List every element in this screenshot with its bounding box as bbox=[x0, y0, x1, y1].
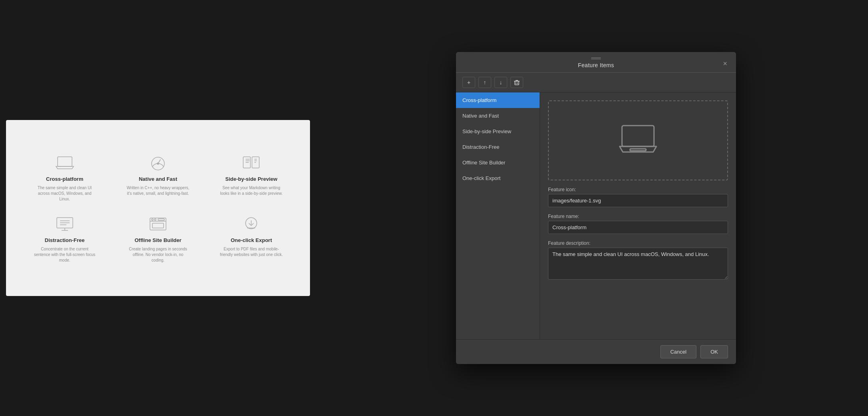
feature-card-export: One-click Export Export to PDF files and… bbox=[209, 214, 294, 263]
feature-card-cross-platform: Cross-platform The same simple and clean… bbox=[22, 153, 107, 202]
svg-point-2 bbox=[157, 163, 159, 164]
cross-platform-icon bbox=[53, 153, 77, 173]
offline-name: Offline Site Builder bbox=[134, 237, 181, 243]
detail-panel: Feature icon: Feature name: Feature desc… bbox=[540, 92, 736, 339]
svg-point-19 bbox=[152, 219, 153, 220]
list-item-cross-platform[interactable]: Cross-platform bbox=[456, 92, 540, 108]
move-down-button[interactable]: ↓ bbox=[494, 77, 507, 88]
distraction-name: Distraction-Free bbox=[45, 237, 85, 243]
cancel-button[interactable]: Cancel bbox=[660, 345, 696, 358]
icon-label: Feature icon: bbox=[548, 187, 728, 192]
browser-svg bbox=[148, 216, 168, 232]
dialog-title: Feature Items bbox=[578, 62, 614, 68]
svg-rect-22 bbox=[152, 223, 164, 228]
feature-name-field: Feature name: bbox=[548, 214, 728, 234]
svg-rect-0 bbox=[58, 157, 72, 166]
close-button[interactable]: × bbox=[720, 59, 730, 68]
dialog-toolbar: + ↑ ↓ bbox=[456, 73, 736, 92]
icon-input[interactable] bbox=[548, 194, 728, 207]
native-desc: Written in C++, no heavy wrappers, it's … bbox=[126, 185, 190, 196]
delete-button[interactable] bbox=[510, 77, 523, 88]
offline-desc: Create landing pages in seconds offline.… bbox=[126, 246, 190, 263]
download-svg bbox=[242, 216, 261, 232]
add-button[interactable]: + bbox=[462, 77, 475, 88]
feature-description-field: Feature description: The same simple and… bbox=[548, 240, 728, 281]
preview-name: Side-by-side Preview bbox=[225, 176, 277, 182]
monitor-svg bbox=[55, 216, 74, 232]
preview-window: Cross-platform The same simple and clean… bbox=[6, 120, 310, 296]
native-icon bbox=[146, 153, 170, 173]
ok-button[interactable]: OK bbox=[700, 345, 728, 358]
svg-rect-34 bbox=[630, 149, 646, 151]
native-name: Native and Fast bbox=[139, 176, 177, 182]
dialog-body: Cross-platform Native and Fast Side-by-s… bbox=[456, 92, 736, 339]
list-item-export[interactable]: One-click Export bbox=[456, 170, 540, 186]
feature-items-dialog: Feature Items × + ↑ ↓ bbox=[456, 52, 736, 364]
list-item-side-by-side[interactable]: Side-by-side Preview bbox=[456, 124, 540, 139]
svg-point-20 bbox=[154, 219, 156, 220]
description-textarea[interactable]: The same simple and clean UI across macO… bbox=[548, 248, 728, 280]
move-up-button[interactable]: ↑ bbox=[478, 77, 491, 88]
dialog-footer: Cancel OK bbox=[456, 339, 736, 364]
items-list: Cross-platform Native and Fast Side-by-s… bbox=[456, 92, 540, 339]
export-name: One-click Export bbox=[231, 237, 272, 243]
trash-icon bbox=[514, 80, 520, 85]
export-icon bbox=[239, 214, 263, 234]
laptop-svg bbox=[55, 155, 74, 171]
cross-platform-desc: The same simple and clean UI across macO… bbox=[33, 185, 97, 202]
feature-card-distraction: Distraction-Free Concentrate on the curr… bbox=[22, 214, 107, 263]
distraction-desc: Concentrate on the current sentence with… bbox=[33, 246, 97, 263]
feature-icon-field: Feature icon: bbox=[548, 187, 728, 207]
svg-rect-21 bbox=[158, 219, 164, 220]
name-input[interactable] bbox=[548, 221, 728, 234]
list-item-native[interactable]: Native and Fast bbox=[456, 108, 540, 124]
feature-card-offline: Offline Site Builder Create landing page… bbox=[115, 214, 200, 263]
list-item-distraction[interactable]: Distraction-Free bbox=[456, 139, 540, 155]
features-grid: Cross-platform The same simple and clean… bbox=[22, 153, 294, 263]
preview-laptop-icon bbox=[618, 122, 658, 158]
name-label: Feature name: bbox=[548, 214, 728, 219]
feature-card-native: Native and Fast Written in C++, no heavy… bbox=[115, 153, 200, 202]
gauge-svg bbox=[148, 155, 168, 171]
cross-platform-name: Cross-platform bbox=[46, 176, 83, 182]
icon-preview-area bbox=[548, 100, 728, 180]
distraction-icon bbox=[53, 214, 77, 234]
drag-handle bbox=[591, 58, 601, 59]
dialog-overlay: Feature Items × + ↑ ↓ bbox=[316, 0, 868, 416]
offline-icon bbox=[146, 214, 170, 234]
svg-rect-33 bbox=[622, 126, 654, 146]
export-desc: Export to PDF files and mobile-friendly … bbox=[219, 246, 283, 258]
preview-icon bbox=[239, 153, 263, 173]
feature-card-preview: Side-by-side Preview See what your Markd… bbox=[209, 153, 294, 202]
description-label: Feature description: bbox=[548, 240, 728, 246]
preview-desc: See what your Markdown writing looks lik… bbox=[219, 185, 283, 196]
svg-rect-26 bbox=[515, 81, 519, 85]
columns-svg bbox=[242, 155, 261, 171]
dialog-titlebar: Feature Items × bbox=[456, 52, 736, 73]
preview-panel: Cross-platform The same simple and clean… bbox=[0, 0, 316, 416]
list-item-offline[interactable]: Offline Site Builder bbox=[456, 155, 540, 170]
